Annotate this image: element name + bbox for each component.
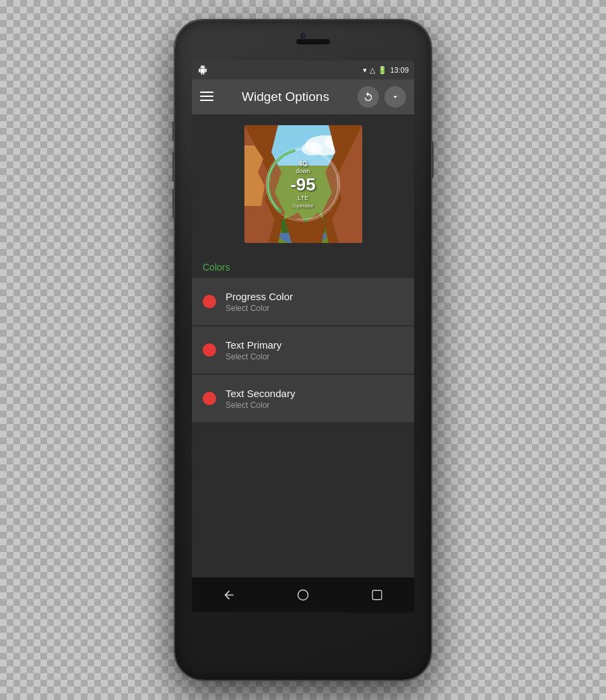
status-right: ▾ △ 🔋 13:09: [363, 66, 409, 75]
widget-card: 4G down -95 LTE Operator: [244, 125, 362, 243]
widget-gauge: 4G down -95 LTE Operator: [244, 125, 362, 243]
power-button[interactable]: [431, 141, 434, 178]
widget-preview: 4G down -95 LTE Operator: [192, 114, 414, 256]
reset-button[interactable]: [358, 86, 379, 108]
color-options-list: Progress Color Select Color Text Primary…: [192, 278, 414, 422]
gauge-signal-value: -95: [290, 176, 316, 193]
nav-bar: [192, 578, 414, 612]
wifi-icon: ▾: [363, 66, 367, 75]
svg-rect-21: [372, 590, 382, 600]
progress-color-subtitle: Select Color: [226, 304, 293, 313]
text-primary-title: Text Primary: [226, 339, 281, 351]
progress-color-title: Progress Color: [226, 291, 293, 302]
status-bar: ▾ △ 🔋 13:09: [192, 61, 414, 79]
dropdown-button[interactable]: [384, 86, 406, 108]
volume-down-button[interactable]: [172, 151, 175, 182]
time-display: 13:09: [390, 66, 409, 74]
text-secondary-text: Text Secondary Select Color: [226, 388, 295, 410]
text-secondary-title: Text Secondary: [226, 388, 295, 399]
gauge-operator-label: Operator: [290, 203, 316, 209]
svg-point-20: [298, 590, 308, 600]
volume-up-button[interactable]: [172, 121, 175, 141]
toolbar: Widget Options: [192, 79, 414, 114]
text-primary-color-dot: [203, 343, 216, 357]
gauge-circle: 4G down -95 LTE Operator: [259, 141, 347, 228]
recents-button[interactable]: [364, 582, 391, 608]
battery-icon: 🔋: [378, 66, 387, 75]
front-camera: [300, 32, 306, 39]
text-primary-subtitle: Select Color: [226, 352, 281, 361]
svg-rect-2: [200, 100, 213, 101]
back-button[interactable]: [215, 582, 242, 608]
android-notification-icon: [197, 65, 208, 75]
svg-rect-0: [200, 92, 213, 93]
text-primary-row[interactable]: Text Primary Select Color: [192, 326, 414, 374]
text-secondary-subtitle: Select Color: [226, 400, 295, 410]
status-left: [197, 65, 208, 75]
phone-frame: ▾ △ 🔋 13:09 Widget Options: [175, 20, 431, 680]
progress-color-text: Progress Color Select Color: [226, 291, 293, 313]
gauge-4g-label: 4G: [290, 160, 316, 168]
progress-color-dot: [203, 295, 216, 308]
content-area: 4G down -95 LTE Operator Colors: [192, 114, 414, 578]
gauge-text: 4G down -95 LTE Operator: [290, 160, 316, 209]
speaker: [296, 39, 330, 44]
text-primary-text: Text Primary Select Color: [226, 339, 281, 361]
screen: ▾ △ 🔋 13:09 Widget Options: [192, 61, 414, 612]
toolbar-actions: [358, 86, 406, 108]
text-secondary-color-dot: [203, 392, 216, 405]
silent-button[interactable]: [172, 188, 175, 219]
toolbar-title: Widget Options: [222, 90, 349, 104]
gauge-lte-label: LTE: [290, 195, 316, 201]
home-button[interactable]: [290, 582, 316, 608]
gauge-down-label: down: [290, 168, 316, 174]
text-secondary-row[interactable]: Text Secondary Select Color: [192, 375, 414, 422]
colors-section-label: Colors: [192, 256, 414, 278]
phone-top: [175, 20, 431, 61]
signal-icon: △: [370, 66, 375, 75]
svg-rect-1: [200, 96, 213, 97]
menu-button[interactable]: [200, 91, 213, 103]
progress-color-row[interactable]: Progress Color Select Color: [192, 278, 414, 325]
